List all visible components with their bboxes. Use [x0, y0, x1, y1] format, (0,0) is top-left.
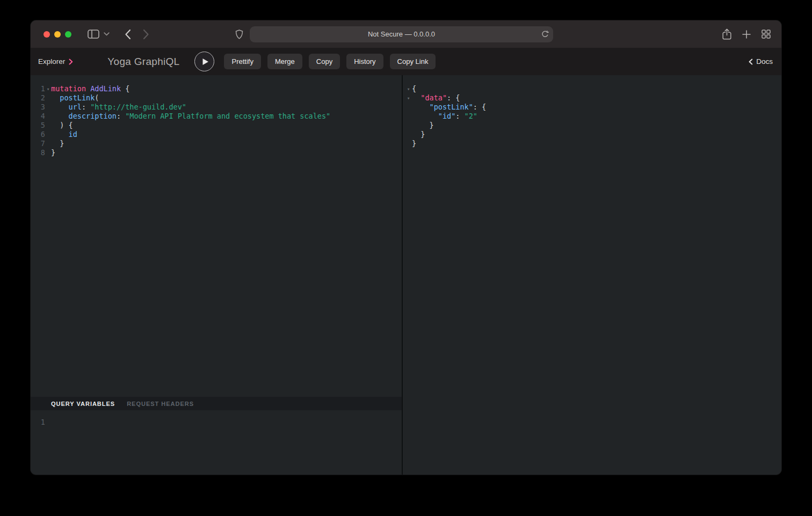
- query-variables-editor[interactable]: 1: [31, 410, 402, 475]
- forward-button[interactable]: [143, 29, 149, 40]
- fold-gutter: [405, 130, 412, 139]
- code-line[interactable]: 3 url: "http://the-guild.dev": [31, 103, 402, 112]
- share-icon: [722, 28, 731, 40]
- code-line[interactable]: "postLink": {: [403, 103, 781, 112]
- address-bar[interactable]: Not Secure — 0.0.0.0: [250, 26, 553, 42]
- query-editor[interactable]: 1▾mutation AddLink {2 postLink(3 url: "h…: [31, 75, 402, 397]
- chevron-down-icon: [104, 32, 110, 36]
- code-line[interactable]: 7 }: [31, 139, 402, 148]
- fold-gutter: [45, 148, 51, 157]
- browser-chrome: Not Secure — 0.0.0.0: [31, 20, 781, 48]
- code-line[interactable]: }: [403, 139, 781, 148]
- line-number: 6: [31, 130, 45, 139]
- copy-link-button[interactable]: Copy Link: [390, 54, 436, 69]
- line-number: 7: [31, 139, 45, 148]
- chevron-left-icon: [749, 59, 753, 65]
- sidebar-icon: [88, 30, 99, 39]
- fold-gutter: [45, 130, 51, 139]
- privacy-shield-button[interactable]: [235, 30, 243, 39]
- fold-gutter: [45, 139, 51, 148]
- copy-button[interactable]: Copy: [309, 54, 340, 69]
- fold-arrow-icon[interactable]: ▾: [405, 84, 412, 93]
- fold-gutter: [45, 103, 51, 112]
- fold-gutter: [405, 121, 412, 130]
- toolbar-buttons: Prettify Merge Copy History Copy Link: [224, 54, 436, 69]
- code-line[interactable]: 8}: [31, 148, 402, 157]
- sidebar-menu-button[interactable]: [104, 32, 110, 36]
- app-title: Yoga GraphiQL: [107, 56, 179, 68]
- window-controls: [44, 31, 71, 38]
- shield-icon: [235, 30, 243, 39]
- line-number: 1: [31, 84, 45, 93]
- docs-label: Docs: [756, 57, 773, 66]
- code-line[interactable]: 4 description: "Modern API Platform and …: [31, 112, 402, 121]
- graphiql-toolbar: Explorer Yoga GraphiQL Prettify Merge Co…: [31, 48, 781, 75]
- code-line[interactable]: }: [403, 121, 781, 130]
- line-number: 5: [31, 121, 45, 130]
- history-button[interactable]: History: [346, 54, 383, 69]
- bottom-panel-tabs: QUERY VARIABLES REQUEST HEADERS: [31, 397, 402, 410]
- fold-arrow-icon[interactable]: ▾: [45, 84, 51, 93]
- url-text: Not Secure — 0.0.0.0: [368, 30, 435, 38]
- line-number: 3: [31, 103, 45, 112]
- new-tab-button[interactable]: [742, 30, 751, 39]
- fold-arrow-icon[interactable]: ▾: [405, 93, 412, 103]
- share-button[interactable]: [722, 28, 731, 40]
- response-viewer[interactable]: ▾{▾ "data": { "postLink": { "id": "2" } …: [403, 75, 781, 148]
- fold-gutter: [405, 103, 412, 112]
- tab-overview-button[interactable]: [762, 30, 771, 39]
- explorer-toggle-button[interactable]: Explorer: [38, 57, 73, 66]
- docs-button[interactable]: Docs: [749, 57, 773, 66]
- editor-pane: 1▾mutation AddLink {2 postLink(3 url: "h…: [31, 75, 402, 475]
- chevron-left-icon: [125, 29, 131, 40]
- line-number: 4: [31, 112, 45, 121]
- graphiql-content: 1▾mutation AddLink {2 postLink(3 url: "h…: [31, 75, 781, 475]
- tab-overview-icon: [762, 30, 771, 39]
- fold-gutter: [45, 93, 51, 103]
- code-line[interactable]: }: [403, 130, 781, 139]
- play-icon: [202, 58, 209, 66]
- code-line[interactable]: ▾ "data": {: [403, 93, 781, 103]
- code-line[interactable]: 1▾mutation AddLink {: [31, 84, 402, 93]
- execute-query-button[interactable]: [194, 52, 214, 71]
- fold-gutter: [405, 139, 412, 148]
- prettify-button[interactable]: Prettify: [224, 54, 260, 69]
- code-line[interactable]: "id": "2": [403, 112, 781, 121]
- chevron-right-icon: [143, 29, 149, 40]
- code-line[interactable]: 2 postLink(: [31, 93, 402, 103]
- fold-gutter: [45, 121, 51, 130]
- tab-request-headers[interactable]: REQUEST HEADERS: [127, 401, 194, 407]
- fold-gutter: [45, 112, 51, 121]
- back-button[interactable]: [125, 29, 131, 40]
- code-line[interactable]: 5 ) {: [31, 121, 402, 130]
- tab-query-variables[interactable]: QUERY VARIABLES: [51, 401, 115, 407]
- sidebar-toggle-button[interactable]: [88, 30, 99, 39]
- code-line[interactable]: 1: [31, 418, 402, 427]
- fold-gutter: [405, 112, 412, 121]
- line-number: 1: [31, 418, 45, 427]
- minimize-window-button[interactable]: [54, 31, 61, 38]
- zoom-window-button[interactable]: [65, 31, 71, 38]
- explorer-label: Explorer: [38, 57, 65, 66]
- plus-icon: [742, 30, 751, 39]
- line-number: 2: [31, 93, 45, 103]
- code-line[interactable]: ▾{: [403, 84, 781, 93]
- reload-icon: [541, 30, 549, 39]
- merge-button[interactable]: Merge: [267, 54, 302, 69]
- reload-button[interactable]: [541, 30, 549, 39]
- line-number: 8: [31, 148, 45, 157]
- response-pane: ▾{▾ "data": { "postLink": { "id": "2" } …: [403, 75, 781, 475]
- close-window-button[interactable]: [44, 31, 50, 38]
- chevron-right-icon: [69, 59, 73, 65]
- code-line[interactable]: 6 id: [31, 130, 402, 139]
- browser-window: Not Secure — 0.0.0.0 Explorer: [31, 20, 781, 475]
